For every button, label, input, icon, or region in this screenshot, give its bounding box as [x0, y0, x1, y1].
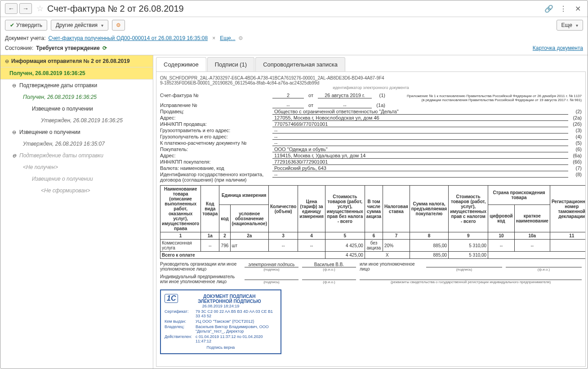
tree-item-confirm-send-date[interactable]: ⊖ Подтверждение даты отправки [0, 80, 153, 91]
status-label: Состояние: [5, 45, 33, 51]
tab-cover-note[interactable]: Сопроводительная записка [255, 57, 345, 71]
status-value: Требуется утверждение [36, 45, 100, 51]
doc-account-label: Документ учета: [5, 35, 45, 41]
doc-id-caption: идентификатор электронного документа [160, 85, 582, 90]
signature-stamp: 1C ДОКУМЕНТ ПОДПИСАН ЭЛЕКТРОННОЙ ПОДПИСЬ… [160, 289, 281, 354]
refresh-icon[interactable]: ⟳ [102, 45, 107, 51]
other-actions-button[interactable]: Другие действия [51, 20, 108, 31]
infobar: Документ учета: Счет-фактура полученный … [0, 33, 588, 43]
collapse-icon[interactable]: ⊖ [11, 129, 17, 135]
toolbar: ✔ Утвердить Другие действия ⚙ Еще [0, 17, 588, 33]
menu-kebab-icon[interactable]: ⋮ [558, 3, 569, 14]
tree-root-status: Получен, 26.08.2019 16:36:25 [0, 67, 153, 80]
collapse-icon[interactable]: ⊖ [11, 153, 17, 159]
tree-item-receipt-notice-3[interactable]: Извещение о получении [0, 173, 153, 185]
collapse-icon[interactable]: ⊖ [11, 83, 17, 89]
document-card-link[interactable]: Карточка документа [533, 45, 583, 51]
tree-item-status: Получен, 26.08.2019 16:36:25 [0, 91, 153, 103]
tree-item-receipt-notice[interactable]: Извещение о получении [0, 103, 153, 115]
doc-id-line1: ON_SCHFDOPPR_2AL-A7303297-E6CA-4BD6-A738… [160, 76, 582, 80]
nav-forward-button[interactable]: → [19, 3, 32, 14]
appendix-note: Приложение № 1 к постановлению Правитель… [385, 94, 582, 102]
page-title: Счет-фактура № 2 от 26.08.2019 [47, 4, 184, 14]
doc-id-line2: 9-185235F0D6EB-00001_20190826_0612546a-8… [160, 80, 582, 85]
tree-item-status: <Не сформирован> [0, 185, 153, 196]
table-total-row: Всего к оплате4 425,00X885,005 310,00 [160, 252, 586, 259]
clear-doc-link[interactable]: × [210, 35, 217, 41]
tree-item-status: Утвержден, 26.08.2019 16:36:25 [0, 115, 153, 126]
tree-item-status: Утвержден, 26.08.2019 16:35:07 [0, 138, 153, 150]
close-icon[interactable]: ✕ [572, 3, 583, 14]
check-icon: ✔ [10, 22, 14, 28]
gear-icon[interactable]: ⚙ [238, 35, 243, 41]
tab-content[interactable]: Содержимое [156, 57, 206, 71]
more-button[interactable]: Еще [557, 20, 583, 31]
tree-root[interactable]: ⊖ Информация отправителя № 2 от 26.08.20… [0, 55, 153, 67]
statusbar: Состояние: Требуется утверждение ⟳ Карто… [0, 43, 588, 55]
hierarchy-icon: ⚙ [116, 22, 121, 28]
tab-signatures[interactable]: Подписи (1) [207, 57, 254, 71]
tabs: Содержимое Подписи (1) Сопроводительная … [156, 57, 586, 71]
tree-item-status: <Не получен> [0, 161, 153, 173]
doc-account-link[interactable]: Счет-фактура полученный ОД00-000014 от 2… [48, 35, 208, 41]
items-table: Наименование товара (описание выполненны… [160, 185, 586, 259]
favorite-star-icon[interactable]: ☆ [36, 4, 44, 13]
document-preview: ON_SCHFDOPPR_2AL-A7303297-E6CA-4BD6-A738… [156, 71, 586, 367]
approve-button[interactable]: ✔ Утвердить [5, 20, 47, 31]
collapse-icon[interactable]: ⊖ [4, 58, 9, 64]
table-row: Комиссионная услуга--796шт----4 425,00бе… [160, 240, 586, 252]
tree-item-receipt-notice-2[interactable]: ⊖ Извещение о получении [0, 126, 153, 138]
doc-more-link[interactable]: Еще... [220, 35, 235, 41]
tree-item-confirm-send-date-2[interactable]: ⊖ Подтверждение даты отправки [0, 150, 153, 161]
titlebar: ← → ☆ Счет-фактура № 2 от 26.08.2019 🔗 ⋮… [0, 0, 588, 17]
sidebar-tree: ⊖ Информация отправителя № 2 от 26.08.20… [0, 55, 153, 369]
nav-back-button[interactable]: ← [5, 3, 18, 14]
link-icon[interactable]: 🔗 [543, 3, 554, 14]
hierarchy-button[interactable]: ⚙ [112, 20, 125, 31]
onec-logo: 1C [165, 294, 178, 303]
